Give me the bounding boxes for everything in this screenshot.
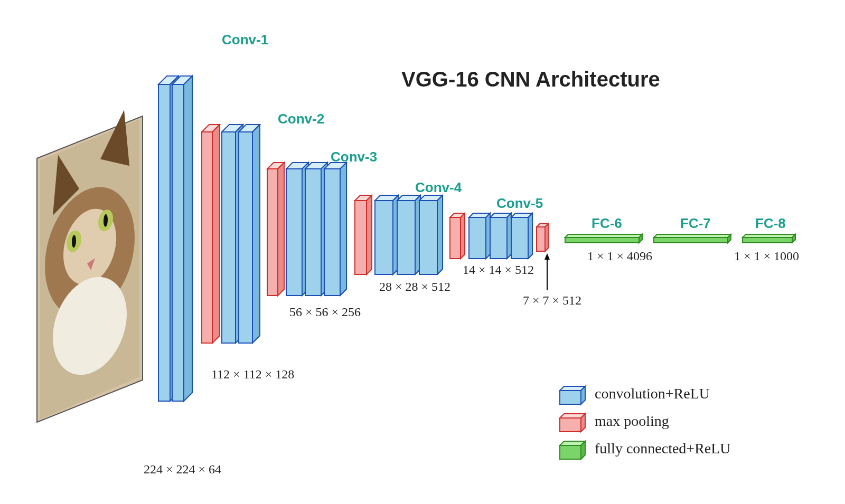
dims-pool5: 7 × 7 × 512 xyxy=(523,293,581,308)
svg-marker-39 xyxy=(305,169,321,296)
legend-conv-text: convolution+ReLU xyxy=(595,385,710,402)
svg-marker-69 xyxy=(537,227,545,251)
dims-conv1: 224 × 224 × 64 xyxy=(144,462,221,477)
architecture-svg xyxy=(0,0,845,504)
dims-fc6: 1 × 1 × 4096 xyxy=(587,249,652,263)
fc6 xyxy=(565,234,642,243)
label-conv4: Conv-4 xyxy=(415,179,462,196)
fc8 xyxy=(743,234,795,243)
legend-pool-text: max pooling xyxy=(595,413,669,430)
svg-marker-66 xyxy=(511,217,528,259)
conv4-c xyxy=(419,195,443,274)
pool5 xyxy=(537,224,548,251)
input-image xyxy=(37,108,143,422)
label-fc6: FC-6 xyxy=(592,215,622,232)
svg-marker-33 xyxy=(267,169,278,296)
svg-marker-21 xyxy=(172,84,184,401)
pool3 xyxy=(355,195,372,274)
legend-fc-text: fully connected+ReLU xyxy=(595,440,731,457)
svg-marker-29 xyxy=(252,125,260,343)
pool1 xyxy=(202,125,220,343)
svg-marker-18 xyxy=(158,84,170,401)
svg-marker-65 xyxy=(528,213,532,259)
label-conv3: Conv-3 xyxy=(331,149,377,165)
conv5-b xyxy=(490,213,511,259)
svg-marker-60 xyxy=(469,217,486,259)
conv1-b xyxy=(172,76,192,401)
svg-marker-89 xyxy=(560,445,581,459)
svg-marker-86 xyxy=(560,418,581,432)
legend-swatch-fc xyxy=(560,441,585,459)
svg-marker-62 xyxy=(507,213,511,259)
svg-marker-56 xyxy=(461,213,465,259)
svg-marker-74 xyxy=(565,237,639,243)
label-conv1: Conv-1 xyxy=(222,32,268,48)
conv2-b xyxy=(239,125,260,343)
svg-marker-27 xyxy=(222,132,236,343)
conv4-a xyxy=(375,195,398,274)
svg-marker-36 xyxy=(286,169,302,296)
label-conv5: Conv-5 xyxy=(496,195,543,212)
conv4-b xyxy=(397,195,420,274)
svg-marker-42 xyxy=(324,169,340,296)
svg-marker-54 xyxy=(419,201,437,274)
svg-marker-53 xyxy=(437,195,443,274)
dims-conv5: 14 × 14 × 512 xyxy=(463,263,534,277)
svg-marker-77 xyxy=(654,237,728,243)
svg-marker-32 xyxy=(278,163,284,296)
svg-marker-20 xyxy=(184,76,192,401)
pool5-arrow xyxy=(544,253,550,290)
pool2 xyxy=(267,163,284,296)
svg-marker-57 xyxy=(450,217,461,259)
svg-marker-45 xyxy=(355,201,367,274)
label-fc8: FC-8 xyxy=(755,215,786,232)
svg-marker-24 xyxy=(202,132,212,343)
dims-conv3: 56 × 56 × 256 xyxy=(289,305,361,319)
svg-marker-63 xyxy=(490,217,507,259)
legend-swatch-conv xyxy=(560,386,585,404)
svg-marker-71 xyxy=(544,253,550,260)
svg-marker-59 xyxy=(486,213,490,259)
svg-marker-44 xyxy=(367,195,372,274)
svg-marker-48 xyxy=(375,201,393,274)
dims-fc8: 1 × 1 × 1000 xyxy=(734,249,799,263)
legend-swatch-pool xyxy=(560,414,585,432)
dims-conv2: 112 × 112 × 128 xyxy=(211,367,294,382)
fc7 xyxy=(654,234,731,243)
conv5-a xyxy=(469,213,490,259)
conv5-c xyxy=(511,213,532,259)
svg-marker-51 xyxy=(397,201,415,274)
pool4 xyxy=(450,213,465,259)
svg-marker-80 xyxy=(743,237,792,243)
conv3-c xyxy=(324,163,346,296)
dims-conv4: 28 × 28 × 512 xyxy=(379,280,450,294)
svg-marker-83 xyxy=(560,391,581,404)
diagram-stage: VGG-16 CNN Architecture xyxy=(0,0,845,504)
label-fc7: FC-7 xyxy=(680,215,711,232)
svg-marker-30 xyxy=(239,132,252,343)
svg-marker-23 xyxy=(212,125,220,343)
svg-marker-41 xyxy=(340,163,346,296)
label-conv2: Conv-2 xyxy=(278,111,324,127)
